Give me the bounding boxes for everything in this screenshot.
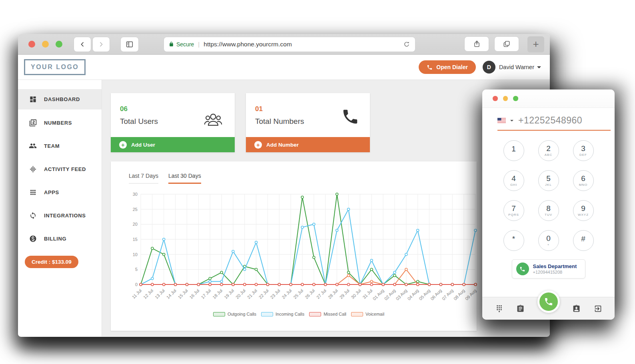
zoom-window-button[interactable] <box>513 96 518 101</box>
plus-icon: + <box>254 141 262 149</box>
add-number-button[interactable]: + Add Number <box>246 137 370 152</box>
svg-text:5: 5 <box>135 267 138 272</box>
share-button[interactable] <box>464 36 489 52</box>
sidebar-item-apps[interactable]: APPS <box>18 181 102 204</box>
contacts-icon[interactable] <box>571 304 581 313</box>
contact-card[interactable]: Sales Department +12094415208 <box>512 259 585 278</box>
svg-text:16 Jul: 16 Jul <box>188 288 200 300</box>
sidebar-item-activity-feed[interactable]: ACTIVITY FEED <box>18 157 102 181</box>
call-button[interactable] <box>537 290 560 313</box>
svg-text:19 Jul: 19 Jul <box>223 288 235 300</box>
svg-text:14 Jul: 14 Jul <box>166 288 177 300</box>
add-number-label: Add Number <box>266 142 299 148</box>
svg-text:07 Aug: 07 Aug <box>441 288 454 301</box>
lock-icon <box>169 41 174 47</box>
svg-text:22 Jul: 22 Jul <box>258 288 270 300</box>
sidebar-item-label: TEAM <box>44 143 60 149</box>
legend-item-incoming-calls: Incoming Calls <box>261 312 304 316</box>
apps-icon <box>29 188 37 196</box>
svg-text:27 Jul: 27 Jul <box>316 288 327 300</box>
keypad-key-8[interactable]: 8TUV <box>538 200 559 221</box>
svg-text:02 Aug: 02 Aug <box>383 288 397 301</box>
svg-text:01 Aug: 01 Aug <box>372 288 385 301</box>
sidebar-item-label: NUMBERS <box>44 120 72 126</box>
minimize-window-button[interactable] <box>42 41 49 48</box>
svg-text:0: 0 <box>135 282 138 287</box>
keypad-key-2[interactable]: 2ABC <box>538 140 559 161</box>
keypad-key-7[interactable]: 7PQRS <box>503 200 524 221</box>
svg-text:30: 30 <box>133 192 138 197</box>
tabs-icon <box>503 40 511 48</box>
browser-toolbar: Secure | https://www.phone.yourcrm.com + <box>18 34 550 55</box>
new-tab-button[interactable]: + <box>527 36 544 52</box>
reload-icon[interactable] <box>403 41 410 48</box>
keypad-key-0[interactable]: 0+ <box>538 230 559 251</box>
keypad-key-9[interactable]: 9WXYZ <box>573 200 594 221</box>
sidebar-item-integrations[interactable]: INTEGRATIONS <box>18 204 102 227</box>
country-selector[interactable] <box>497 118 513 123</box>
open-dialer-button[interactable]: Open Dialer <box>419 60 476 74</box>
input-underline <box>497 130 611 131</box>
chevron-left-icon <box>79 41 86 48</box>
secure-label: Secure <box>176 41 194 48</box>
svg-text:13 Jul: 13 Jul <box>154 288 166 300</box>
svg-text:23 Jul: 23 Jul <box>270 288 281 300</box>
tab-last-7-days[interactable]: Last 7 Days <box>129 173 158 184</box>
keypad-key-star[interactable]: * <box>503 230 524 251</box>
keypad-key-hash[interactable]: # <box>573 230 594 251</box>
notes-icon[interactable] <box>516 304 525 313</box>
dialer-window: +12252548960 12ABC3DEF4GHI5JKL6MNO7PQRS8… <box>482 90 615 320</box>
close-window-button[interactable] <box>28 41 35 48</box>
svg-text:17 Jul: 17 Jul <box>200 288 212 300</box>
close-window-button[interactable] <box>493 96 498 101</box>
sidebar-icon <box>125 40 134 49</box>
chevron-down-icon <box>510 120 513 121</box>
keypad-key-4[interactable]: 4GHI <box>503 170 524 191</box>
sidebar-item-numbers[interactable]: NUMBERS <box>18 111 102 134</box>
svg-text:09 Aug: 09 Aug <box>464 288 477 301</box>
svg-text:05 Aug: 05 Aug <box>418 288 431 301</box>
sidebar-item-billing[interactable]: BILLING <box>18 227 102 250</box>
svg-text:26 Jul: 26 Jul <box>304 288 316 300</box>
minimize-window-button[interactable] <box>503 96 508 101</box>
activity-icon <box>29 165 37 173</box>
chevron-down-icon[interactable] <box>537 66 541 68</box>
sidebar-item-team[interactable]: TEAM <box>18 134 102 157</box>
keypad-key-5[interactable]: 5JKL <box>538 170 559 191</box>
desktop: Secure | https://www.phone.yourcrm.com +… <box>0 0 635 364</box>
legend-swatch <box>213 312 225 316</box>
svg-text:11 Jul: 11 Jul <box>131 288 143 300</box>
user-name[interactable]: David Warner <box>499 64 534 70</box>
team-icon <box>29 142 37 150</box>
zoom-window-button[interactable] <box>56 41 62 48</box>
legend-swatch <box>351 312 363 316</box>
dialer-number-input[interactable]: +12252548960 <box>518 115 582 126</box>
plus-icon: + <box>119 141 127 149</box>
back-button[interactable] <box>74 37 91 52</box>
keypad-key-1[interactable]: 1 <box>503 140 524 161</box>
show-tabs-button[interactable] <box>494 36 519 52</box>
sidebar-toggle-button[interactable] <box>120 37 139 52</box>
contact-phone-icon <box>516 263 529 275</box>
billing-icon <box>29 235 37 243</box>
sidebar-item-dashboard[interactable]: DASHBOARD <box>18 89 102 109</box>
svg-text:30 Jul: 30 Jul <box>350 288 362 300</box>
logout-icon[interactable] <box>593 304 603 313</box>
contact-number: +12094415208 <box>533 270 577 274</box>
svg-text:15: 15 <box>133 237 138 242</box>
keypad-key-6[interactable]: 6MNO <box>573 170 594 191</box>
keypad-key-3[interactable]: 3DEF <box>573 140 594 161</box>
tab-last-30-days[interactable]: Last 30 Days <box>168 173 201 184</box>
address-bar[interactable]: Secure | https://www.phone.yourcrm.com <box>164 37 415 52</box>
phone-icon <box>544 297 553 306</box>
window-controls <box>28 41 62 48</box>
chevron-right-icon <box>98 41 104 48</box>
svg-text:06 Aug: 06 Aug <box>429 288 443 301</box>
add-user-button[interactable]: + Add User <box>111 137 235 152</box>
svg-text:04 Aug: 04 Aug <box>406 288 419 301</box>
forward-button[interactable] <box>92 37 110 52</box>
phone-icon <box>341 107 359 126</box>
avatar[interactable]: D <box>483 61 495 74</box>
dialpad-icon[interactable] <box>494 304 504 313</box>
legend-item-outgoing-calls: Outgoing Calls <box>213 312 256 316</box>
